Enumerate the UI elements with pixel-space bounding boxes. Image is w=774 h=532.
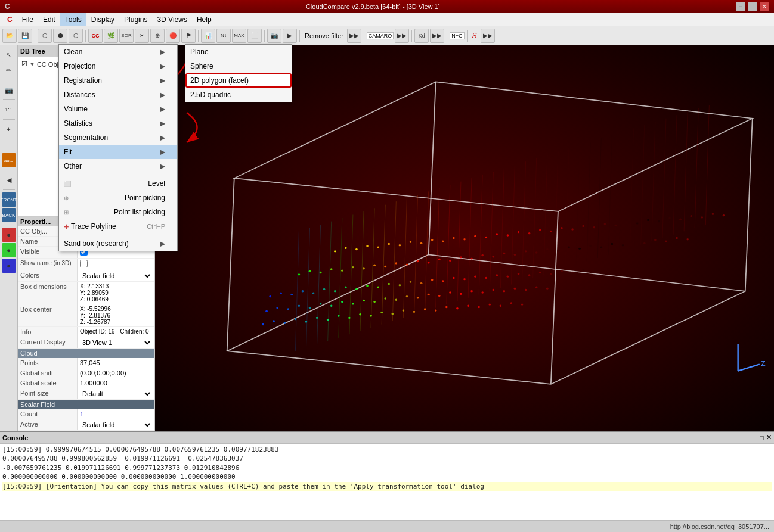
toolbar-btn-6[interactable]: ⊕	[150, 29, 165, 43]
svg-point-9	[283, 322, 286, 324]
prop-value-colors[interactable]: Scalar field	[78, 270, 154, 281]
tools-menu-item-distances[interactable]: Distances ▶	[59, 88, 177, 102]
lt-btn-color3[interactable]: ●	[2, 259, 16, 273]
menu-item-help[interactable]: Help	[192, 13, 216, 26]
nc-label: N+C	[450, 32, 464, 39]
tools-dropdown-menu[interactable]: Clean ▶ Projection ▶ Registration ▶ Dist…	[58, 44, 178, 251]
menu-item-tools[interactable]: Tools	[60, 13, 86, 26]
svg-point-78	[474, 276, 476, 278]
fit-menu-item-sphere[interactable]: Sphere	[185, 59, 292, 73]
tools-menu-separator-1	[59, 175, 177, 175]
viewport-3d[interactable]: ...Resource/... default point size — +	[155, 45, 774, 431]
prop-row-gshift: Global shift (0.00;0.00;0.00)	[18, 368, 154, 378]
lt-btn-edit[interactable]: ✏	[2, 63, 16, 77]
toolbar-btn-11[interactable]: MAX	[232, 29, 246, 43]
toolbar-btn-arrow4[interactable]: ▶▶	[481, 29, 495, 43]
tools-menu-item-point-list-picking[interactable]: ⊞ Point list picking	[59, 205, 177, 219]
tools-menu-item-registration[interactable]: Registration ▶	[59, 73, 177, 88]
toolbar-btn-12[interactable]: ⬜	[247, 29, 262, 43]
lt-btn-select[interactable]: ↖	[2, 48, 16, 62]
tools-menu-item-trace-polyline[interactable]: ✚ Trace Polyline Ctrl+P	[59, 219, 177, 234]
tools-menu-item-level[interactable]: ⬜ Level	[59, 176, 177, 191]
prop-value-gscale: 1.000000	[78, 378, 154, 388]
menu-item-cc[interactable]: C	[2, 13, 17, 26]
tree-expand-icon[interactable]: ▼	[29, 61, 35, 67]
point-picking-icon: ⊕	[64, 195, 69, 201]
lt-btn-auto[interactable]: auto	[2, 153, 16, 167]
sf-section-header: Scalar Field	[18, 400, 154, 409]
toolbar-btn-save[interactable]: 💾	[18, 29, 32, 43]
svg-point-18	[380, 312, 383, 313]
toolbar-btn-cc[interactable]: CC	[88, 29, 103, 43]
toolbar-btn-13[interactable]: ▶	[283, 29, 297, 43]
toolbar-btn-sor[interactable]: SOR	[119, 29, 134, 43]
prop-value-ptsize[interactable]: Default	[78, 388, 154, 399]
tree-checkbox[interactable]: ☑	[21, 60, 27, 68]
fit-menu-item-plane[interactable]: Plane	[185, 45, 292, 59]
tools-menu-item-clean[interactable]: Clean ▶	[59, 45, 177, 59]
toolbar-btn-1[interactable]: ⬡	[38, 29, 52, 43]
toolbar-btn-camera[interactable]: 📷	[267, 29, 281, 43]
lt-btn-back2[interactable]: BACK	[2, 208, 16, 222]
svg-point-77	[463, 278, 466, 280]
svg-point-34	[287, 308, 289, 310]
toolbar-btn-2[interactable]: ⬢	[53, 29, 67, 43]
toolbar-btn-3[interactable]: ⬡	[69, 29, 83, 43]
svg-point-136	[442, 240, 444, 242]
svg-point-104	[460, 256, 462, 258]
prop-value-display[interactable]: 3D View 1	[78, 337, 154, 348]
fit-submenu[interactable]: Plane Sphere 2D polygon (facet) 2.5D qua…	[185, 44, 292, 102]
toolbar-btn-open[interactable]: 📂	[2, 29, 17, 43]
menu-item-file[interactable]: File	[17, 13, 38, 26]
console-content[interactable]: [15:00:59] 0.999970674515 0.000076495788…	[0, 444, 774, 520]
tools-menu-item-statistics[interactable]: Statistics ▶	[59, 116, 177, 130]
maximize-button[interactable]: □	[748, 2, 757, 11]
svg-point-49	[449, 291, 451, 293]
lt-btn-color2[interactable]: ●	[2, 243, 16, 257]
console-close-btn[interactable]: ✕	[766, 434, 772, 441]
prop-value-active[interactable]: Scalar field	[78, 419, 154, 430]
statusbar: http://blog.csdn.net/qq_3051707...	[0, 520, 774, 532]
toolbar-btn-9[interactable]: 📊	[201, 29, 215, 43]
tools-menu-item-fit[interactable]: Fit ▶	[59, 145, 177, 159]
lt-btn-color1[interactable]: ●	[2, 228, 16, 242]
fit-menu-item-2-5d-quadric[interactable]: 2.5D quadric	[185, 88, 292, 102]
toolbar-btn-4[interactable]: 🌿	[104, 29, 118, 43]
toolbar-btn-5[interactable]: ✂	[135, 29, 149, 43]
toolbar-btn-arrow[interactable]: ▶▶	[347, 29, 361, 43]
arrow-icon-other: ▶	[160, 162, 165, 170]
tools-menu-item-other[interactable]: Other ▶	[59, 159, 177, 173]
console-header: Console □ ✕	[0, 432, 774, 444]
camaro-label: CAMARO	[367, 32, 394, 39]
svg-point-40	[352, 303, 354, 304]
prop-value-showname[interactable]	[78, 259, 154, 270]
lt-btn-scale[interactable]: 1:1	[2, 102, 16, 117]
lt-btn-minus[interactable]: −	[2, 138, 16, 152]
toolbar-btn-arrow2[interactable]: ▶▶	[395, 29, 409, 43]
toolbar-btn-7[interactable]: 🔴	[166, 29, 180, 43]
lt-btn-camera2[interactable]: 📷	[2, 83, 16, 97]
fit-menu-item-2d-polygon[interactable]: 2D polygon (facet)	[185, 73, 292, 88]
svg-point-159	[690, 215, 692, 217]
minimize-button[interactable]: −	[736, 2, 745, 11]
tools-menu-item-projection[interactable]: Projection ▶	[59, 59, 177, 73]
lt-btn-plus[interactable]: +	[2, 122, 16, 136]
menu-item-edit[interactable]: Edit	[38, 13, 60, 26]
menu-item-display[interactable]: Display	[86, 13, 119, 26]
svg-point-60	[280, 292, 282, 294]
svg-point-144	[528, 232, 531, 234]
toolbar-btn-kd[interactable]: Kd	[414, 29, 429, 43]
console-expand-btn[interactable]: □	[760, 434, 764, 441]
toolbar-btn-arrow3[interactable]: ▶▶	[430, 29, 444, 43]
close-button[interactable]: ✕	[760, 2, 769, 11]
toolbar-btn-8[interactable]: ⚑	[181, 29, 196, 43]
tools-menu-item-volume[interactable]: Volume ▶	[59, 102, 177, 116]
tools-menu-item-segmentation[interactable]: Segmentation ▶	[59, 130, 177, 145]
tools-menu-item-point-picking[interactable]: ⊕ Point picking	[59, 191, 177, 205]
menu-item-plugins[interactable]: Plugins	[119, 13, 152, 26]
menu-item-3dviews[interactable]: 3D Views	[152, 13, 191, 26]
tools-menu-item-sandbox[interactable]: Sand box (research) ▶	[59, 237, 177, 251]
lt-btn-front[interactable]: FRONT	[2, 192, 16, 207]
lt-btn-back[interactable]: ◀	[2, 173, 16, 187]
toolbar-btn-10[interactable]: N↕	[216, 29, 231, 43]
